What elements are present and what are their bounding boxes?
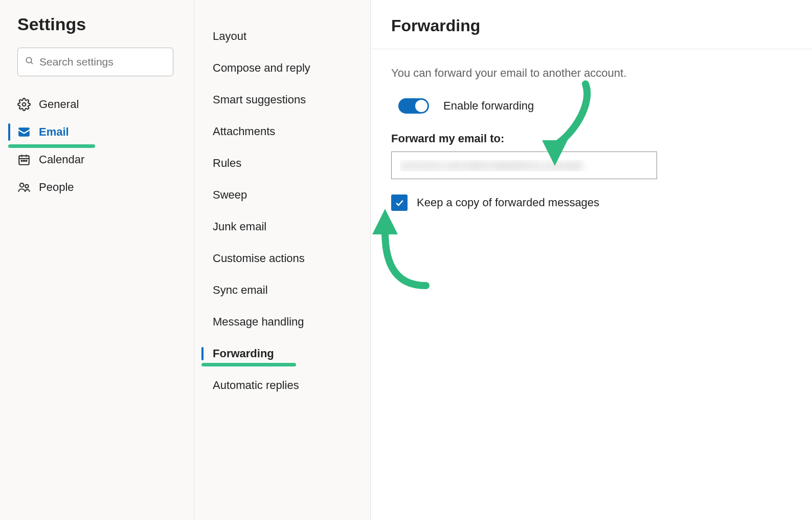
forward-to-label: Forward my email to: [391,132,792,145]
sidebar-item-label: Calendar [39,153,84,166]
enable-forwarding-label: Enable forwarding [443,99,534,113]
enable-forwarding-row: Enable forwarding [398,98,792,114]
svg-point-7 [21,160,22,161]
subnav-item-forwarding[interactable]: Forwarding [213,338,357,370]
subnav-item-junk[interactable]: Junk email [213,211,357,243]
divider [371,49,812,49]
annotation-highlight [201,363,296,366]
sidebar-item-label: People [39,181,74,194]
svg-marker-13 [372,209,398,234]
sidebar-item-calendar[interactable]: Calendar [17,146,184,174]
subnav-item-smart[interactable]: Smart suggestions [213,84,357,116]
keep-copy-checkbox[interactable] [391,194,408,211]
subnav-item-sweep[interactable]: Sweep [213,179,357,211]
calendar-icon [17,153,31,166]
section-title: Forwarding [391,16,792,35]
subnav-item-rules[interactable]: Rules [213,147,357,179]
svg-point-2 [22,103,26,106]
svg-point-0 [26,57,32,63]
forward-to-input[interactable] [391,151,657,179]
keep-copy-label: Keep a copy of forwarded messages [417,196,599,209]
settings-search[interactable] [17,48,173,76]
subnav-item-layout[interactable]: Layout [213,20,357,52]
gear-icon [17,98,31,111]
keep-copy-row: Keep a copy of forwarded messages [391,194,792,211]
people-icon [17,181,31,194]
svg-point-8 [24,160,25,161]
sidebar-item-label: General [39,98,79,111]
sidebar-item-email[interactable]: Email [17,118,184,146]
subnav-item-customise[interactable]: Customise actions [213,243,357,274]
email-settings-subnav: Layout Compose and reply Smart suggestio… [194,0,371,520]
sidebar-item-general[interactable]: General [17,91,184,118]
svg-line-1 [31,62,33,64]
svg-point-10 [20,183,24,187]
mail-icon [17,125,31,139]
sidebar-item-people[interactable]: People [17,174,184,201]
subnav-item-sync[interactable]: Sync email [213,274,357,306]
subnav-item-attachments[interactable]: Attachments [213,116,357,147]
settings-sidebar: Settings General Email Calendar People [0,0,194,520]
page-title: Settings [17,14,184,34]
forwarding-panel: Forwarding You can forward your email to… [371,0,812,520]
search-icon [25,56,34,68]
annotation-arrow-up-icon [365,209,436,296]
svg-point-9 [26,160,27,161]
section-description: You can forward your email to another ac… [391,67,792,80]
search-input[interactable] [39,56,166,68]
subnav-item-handling[interactable]: Message handling [213,306,357,338]
subnav-item-autoreplies[interactable]: Automatic replies [213,370,357,401]
svg-point-11 [25,185,28,188]
subnav-item-compose[interactable]: Compose and reply [213,52,357,84]
enable-forwarding-toggle[interactable] [398,98,429,114]
sidebar-item-label: Email [39,125,69,139]
